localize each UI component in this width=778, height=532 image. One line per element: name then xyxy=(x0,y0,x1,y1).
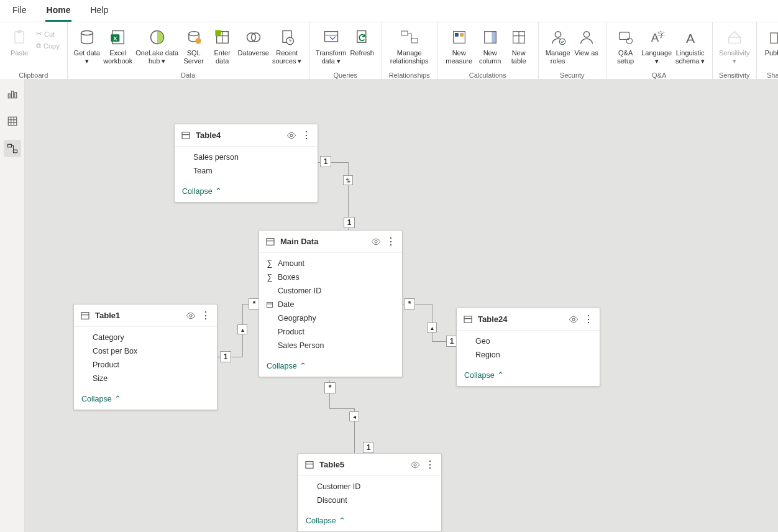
table-card-table1[interactable]: Table1 ⋮ Category Cost per Box Product S… xyxy=(73,304,217,410)
field-row[interactable]: Discount xyxy=(298,493,441,507)
field-row[interactable]: Product xyxy=(259,325,402,339)
get-data-button[interactable]: Get data ▾ xyxy=(73,25,101,65)
dataverse-button[interactable]: Dataverse xyxy=(237,25,270,57)
onelake-hub-button[interactable]: OneLake data hub ▾ xyxy=(135,25,180,65)
group-clipboard: Paste ✂ Cut ⧉ Copy Clipboard xyxy=(0,22,68,81)
visibility-icon[interactable] xyxy=(410,460,420,470)
collapse-button[interactable]: Collapse⌃ xyxy=(74,389,217,410)
svg-point-31 xyxy=(559,39,565,44)
collapse-button[interactable]: Collapse⌃ xyxy=(457,365,600,386)
svg-point-7 xyxy=(189,32,199,36)
enter-data-button[interactable]: Enter data xyxy=(208,25,237,65)
field-row[interactable]: Geo xyxy=(457,334,600,348)
field-row[interactable]: Category xyxy=(74,331,217,344)
svg-point-30 xyxy=(555,32,561,37)
field-row[interactable]: Region xyxy=(457,348,600,362)
collapse-button[interactable]: Collapse⌃ xyxy=(175,181,318,202)
more-options-icon[interactable]: ⋮ xyxy=(425,459,435,470)
manage-roles-button[interactable]: Manage roles xyxy=(544,25,572,65)
table-card-table4[interactable]: Table4 ⋮ Sales person Team Collapse⌃ xyxy=(174,124,318,203)
svg-point-55 xyxy=(375,241,377,243)
model-view-button[interactable] xyxy=(4,140,21,157)
menu-file[interactable]: File xyxy=(11,5,28,22)
cardinality-one: 1 xyxy=(363,442,374,453)
qa-setup-button[interactable]: Q&A setup xyxy=(611,25,640,65)
group-calculations: New measure New column New table Calcula… xyxy=(437,22,539,81)
field-row[interactable]: ∑Amount xyxy=(259,257,402,270)
chevron-down-icon: ▾ xyxy=(296,57,301,65)
new-column-button[interactable]: New column xyxy=(476,25,505,65)
svg-rect-42 xyxy=(14,93,16,98)
cut-button[interactable]: ✂ Cut xyxy=(34,29,62,39)
field-row[interactable]: Customer ID xyxy=(259,284,402,298)
chevron-down-icon: ▾ xyxy=(699,57,705,65)
collapse-button[interactable]: Collapse⌃ xyxy=(259,356,402,377)
table-card-maindata[interactable]: Main Data ⋮ ∑Amount ∑Boxes Customer ID D… xyxy=(259,230,403,377)
refresh-button[interactable]: Refresh xyxy=(348,25,377,57)
more-options-icon[interactable]: ⋮ xyxy=(584,313,593,325)
visibility-icon[interactable] xyxy=(186,311,196,321)
filter-direction-icon: ⇅ xyxy=(343,175,353,185)
table-title: Table24 xyxy=(478,314,564,324)
recent-icon xyxy=(277,27,297,47)
sql-server-button[interactable]: SQL Server xyxy=(180,25,208,65)
transform-data-button[interactable]: Transform data ▾ xyxy=(314,25,348,65)
svg-rect-64 xyxy=(306,461,313,468)
field-row[interactable]: Customer ID xyxy=(298,480,441,493)
table-icon xyxy=(463,314,473,324)
paste-button[interactable]: Paste xyxy=(5,25,34,57)
excel-workbook-button[interactable]: X Excel workbook xyxy=(101,25,135,65)
copy-button[interactable]: ⧉ Copy xyxy=(34,40,62,51)
view-as-button[interactable]: View as xyxy=(572,25,601,57)
more-options-icon[interactable]: ⋮ xyxy=(201,310,211,321)
menu-home[interactable]: Home xyxy=(45,5,72,22)
chevron-up-icon: ⌃ xyxy=(114,394,121,403)
column-icon xyxy=(480,27,500,47)
new-table-button[interactable]: New table xyxy=(505,25,533,65)
field-row[interactable]: Sales Person xyxy=(259,339,402,352)
svg-rect-43 xyxy=(8,117,17,126)
dataverse-icon xyxy=(244,27,263,47)
visibility-icon[interactable] xyxy=(569,314,579,324)
field-row[interactable]: Product xyxy=(74,358,217,372)
data-view-button[interactable] xyxy=(4,112,21,130)
sensitivity-button[interactable]: Sensitivity▾ xyxy=(718,25,751,65)
cut-icon: ✂ xyxy=(36,30,42,38)
menu-help[interactable]: Help xyxy=(89,5,109,22)
manage-relationships-button[interactable]: Manage relationships xyxy=(387,25,432,65)
viewas-icon xyxy=(577,27,597,47)
more-options-icon[interactable]: ⋮ xyxy=(301,129,311,141)
language-button[interactable]: A字 Language▾ xyxy=(640,25,674,65)
svg-point-52 xyxy=(290,134,293,137)
visibility-icon[interactable] xyxy=(286,131,296,140)
calendar-icon xyxy=(265,301,274,308)
measure-icon xyxy=(449,27,469,47)
visibility-icon[interactable] xyxy=(371,237,381,247)
field-row[interactable]: Size xyxy=(74,372,217,385)
field-row[interactable]: Cost per Box xyxy=(74,344,217,358)
more-options-icon[interactable]: ⋮ xyxy=(386,236,396,247)
table-icon xyxy=(509,27,529,47)
recent-sources-button[interactable]: Recent sources ▾ xyxy=(270,25,304,65)
svg-text:字: 字 xyxy=(657,30,665,39)
table-card-table24[interactable]: Table24 ⋮ Geo Region Collapse⌃ xyxy=(456,308,600,387)
svg-rect-48 xyxy=(7,144,11,147)
new-measure-button[interactable]: New measure xyxy=(442,25,476,65)
svg-rect-23 xyxy=(455,33,459,37)
field-row[interactable]: Team xyxy=(175,164,318,178)
field-row[interactable]: Sales person xyxy=(175,150,318,164)
linguistic-schema-button[interactable]: A Linguistic schema ▾ xyxy=(674,25,707,65)
field-row[interactable]: Geography xyxy=(259,311,402,325)
svg-rect-1 xyxy=(17,30,22,33)
model-canvas[interactable]: 1 ⇅ 1 1 ▴ * * ▴ 1 * ◂ 1 Table4 ⋮ Sales p… xyxy=(25,79,778,532)
table-card-table5[interactable]: Table5 ⋮ Customer ID Discount Collapse⌃ xyxy=(298,453,442,532)
chevron-down-icon: ▾ xyxy=(335,57,341,65)
publish-button[interactable]: Publish xyxy=(762,25,778,57)
report-view-button[interactable] xyxy=(4,85,21,103)
field-row[interactable]: Date xyxy=(259,298,402,311)
collapse-button[interactable]: Collapse⌃ xyxy=(298,511,441,531)
table-icon xyxy=(80,311,90,321)
field-row[interactable]: ∑Boxes xyxy=(259,270,402,284)
table-title: Table4 xyxy=(196,131,281,140)
transform-icon xyxy=(321,27,341,47)
